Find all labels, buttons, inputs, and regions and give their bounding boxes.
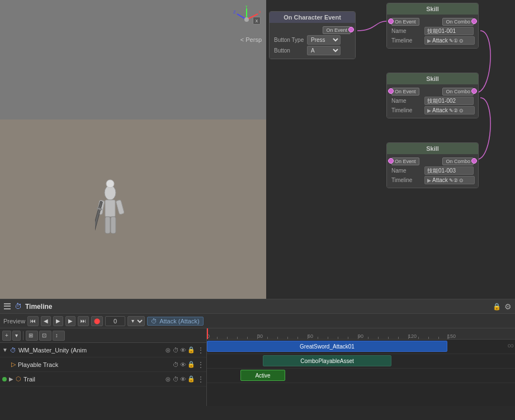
- svg-rect-14: [95, 201, 102, 234]
- svg-text:Z: Z: [233, 9, 236, 15]
- timeline-settings-icon[interactable]: ⚙: [504, 302, 512, 311]
- track-mute-trail[interactable]: 👁: [180, 376, 186, 383]
- track-active-dot-trail: [2, 377, 7, 381]
- skill3-name-row: Name: [391, 166, 474, 175]
- skill1-timeline-row: Timeline ▶ Attack ✎① ⊙: [391, 36, 474, 45]
- track-mute-anim[interactable]: 👁: [180, 347, 186, 354]
- skill1-body: On Event On Combo Name Timeline ▶ Attack…: [387, 15, 478, 48]
- skill3-on-event-badge: On Event: [391, 157, 419, 165]
- ripple-button[interactable]: ⊡: [39, 331, 51, 341]
- prev-frame-button[interactable]: ◀: [41, 316, 51, 326]
- goto-end-button[interactable]: ⏭: [78, 316, 89, 326]
- attack-icon: ⏱: [151, 318, 157, 324]
- track-type-icon-trail: ⬡: [16, 375, 21, 383]
- track-menu-playable[interactable]: ⋮: [197, 361, 204, 369]
- track-content-row-playable: ComboPlayableAsset: [207, 354, 515, 369]
- track-menu-anim[interactable]: ⋮: [197, 346, 204, 354]
- timeline-toolbar: Preview ⏮ ◀ ▶ ▶ ⏭ ⬤ ▾ ⏱ Attack (Attack): [0, 314, 515, 328]
- goto-start-button[interactable]: ⏮: [27, 316, 39, 326]
- skill1-name-row: Name: [391, 27, 474, 35]
- skill2-node[interactable]: Skill On Event On Combo Name Timeline ▶ …: [386, 73, 479, 118]
- play-button[interactable]: ▶: [53, 316, 63, 326]
- track-type-icon-playable: ▷: [11, 361, 16, 368]
- svg-rect-12: [105, 217, 110, 233]
- skill2-on-combo-port-right[interactable]: [471, 88, 477, 94]
- skill1-on-combo-port-right[interactable]: [471, 18, 477, 24]
- track-content-row-anim: GreatSword_Attack01 ∞: [207, 340, 515, 354]
- close-button[interactable]: x: [253, 17, 261, 25]
- next-frame-button[interactable]: ▶: [65, 316, 75, 326]
- track-label-row-playable: ▷ Playable Track ⏱ 👁 🔒 ⋮: [0, 357, 206, 372]
- track-record-playable[interactable]: ⏱: [173, 361, 179, 368]
- timeline-lock-icon[interactable]: 🔒: [493, 303, 501, 311]
- track-type-icon-anim: ⏱: [10, 347, 16, 354]
- skill3-body: On Event On Combo Name Timeline ▶ Attack…: [387, 154, 478, 188]
- time-ruler: 0 30 60 90 120 150: [207, 328, 515, 340]
- timeline-menu-icon[interactable]: [3, 303, 11, 311]
- snap-button[interactable]: ⊞: [26, 331, 38, 341]
- track-fold-trail[interactable]: ▶: [9, 376, 13, 382]
- timeline-titlebar: ⏱ Timeline 🔒 ⚙: [0, 299, 515, 314]
- track-menu-trail[interactable]: ⋮: [197, 375, 204, 383]
- skill1-name-input[interactable]: [424, 27, 474, 35]
- skill2-timeline-row: Timeline ▶ Attack ✎② ⊙: [391, 106, 474, 114]
- svg-rect-11: [116, 200, 124, 214]
- track-label-row-trail: ▶ ⬡ Trail ◎ ⏱ 👁 🔒 ⋮: [0, 372, 206, 386]
- skill3-node[interactable]: Skill On Event On Combo Name Timeline ▶ …: [386, 142, 479, 188]
- node-char-event-body: On Event Button Type Press Button A: [270, 23, 355, 59]
- track-labels-panel: + ▾ ⊞ ⊡ ↕ ▼ ⏱ WM_Master_Unity (Anim ◎ ⏱ …: [0, 328, 207, 406]
- frame-dropdown[interactable]: ▾: [127, 316, 145, 326]
- skill3-name-input[interactable]: [424, 166, 474, 175]
- clip-combo[interactable]: ComboPlayableAsset: [263, 355, 391, 366]
- viewport-panel: X Y Z x < Persp: [0, 0, 266, 299]
- cursor-button[interactable]: ↕: [53, 331, 65, 341]
- skill2-name-input[interactable]: [424, 97, 474, 105]
- button-type-row: Button Type Press: [274, 35, 351, 45]
- track-record-anim[interactable]: ⏱: [173, 347, 179, 354]
- skill3-on-combo-badge: On Combo: [442, 157, 474, 165]
- skill2-on-event-badge: On Event: [391, 88, 419, 96]
- track-icons-trail: ⏱ 👁 🔒: [173, 375, 195, 383]
- add-track-dropdown[interactable]: ▾: [12, 331, 21, 341]
- skill2-body: On Event On Combo Name Timeline ▶ Attack…: [387, 84, 478, 118]
- track-name-playable: Playable Track: [18, 361, 171, 368]
- attack-label-box[interactable]: ⏱ Attack (Attack): [147, 317, 204, 326]
- skill3-timeline-field[interactable]: ▶ Attack ✎② ⊙: [424, 176, 475, 184]
- button-select[interactable]: A: [307, 46, 341, 55]
- track-lock-playable[interactable]: 🔒: [187, 361, 195, 368]
- svg-rect-9: [105, 200, 115, 217]
- skill2-timeline-field[interactable]: ▶ Attack ✎② ⊙: [424, 106, 475, 114]
- skill3-on-event-port-left[interactable]: [388, 158, 394, 164]
- skill1-timeline-field[interactable]: ▶ Attack ✎① ⊙: [424, 36, 475, 45]
- on-event-port[interactable]: [348, 27, 354, 32]
- skill2-on-event-port-left[interactable]: [388, 88, 394, 94]
- viewport-persp-label: < Persp: [240, 36, 262, 43]
- track-content-panel: 0 30 60 90 120 150: [207, 328, 515, 406]
- track-name-trail: Trail: [23, 376, 163, 383]
- playhead[interactable]: [207, 328, 208, 339]
- character-figure: [95, 176, 123, 243]
- track-lock-trail[interactable]: 🔒: [187, 375, 195, 383]
- on-character-event-node[interactable]: On Character Event On Event Button Type …: [269, 11, 356, 59]
- track-record-trail[interactable]: ⏱: [173, 376, 179, 383]
- track-fold-anim[interactable]: ▼: [2, 347, 8, 353]
- skill1-node[interactable]: Skill On Event On Combo Name Timeline ▶ …: [386, 3, 479, 49]
- add-track-button[interactable]: +: [2, 331, 11, 341]
- track-lock-anim[interactable]: 🔒: [187, 346, 195, 354]
- clip-active[interactable]: Active: [240, 370, 285, 381]
- viewport-sky: [0, 0, 266, 120]
- track-mute-playable[interactable]: 👁: [180, 361, 186, 368]
- track-label-row-anim: ▼ ⏱ WM_Master_Unity (Anim ◎ ⏱ 👁 🔒 ⋮: [0, 343, 206, 357]
- tracks-toolbar: + ▾ ⊞ ⊡ ↕: [0, 328, 206, 343]
- skill3-on-combo-port-right[interactable]: [471, 158, 477, 164]
- track-content-row-trail: Active: [207, 369, 515, 383]
- skill1-on-event-port-left[interactable]: [388, 18, 394, 24]
- button-type-select[interactable]: Press: [307, 35, 341, 45]
- record-button[interactable]: ⬤: [91, 316, 103, 326]
- clip-greatsword[interactable]: GreatSword_Attack01: [207, 341, 447, 352]
- skill1-on-event-badge: On Event: [391, 18, 419, 26]
- preview-label: Preview: [3, 318, 25, 324]
- frame-input[interactable]: [105, 316, 125, 326]
- skill2-on-combo-badge: On Combo: [442, 88, 474, 96]
- viewport-floor: [0, 120, 266, 299]
